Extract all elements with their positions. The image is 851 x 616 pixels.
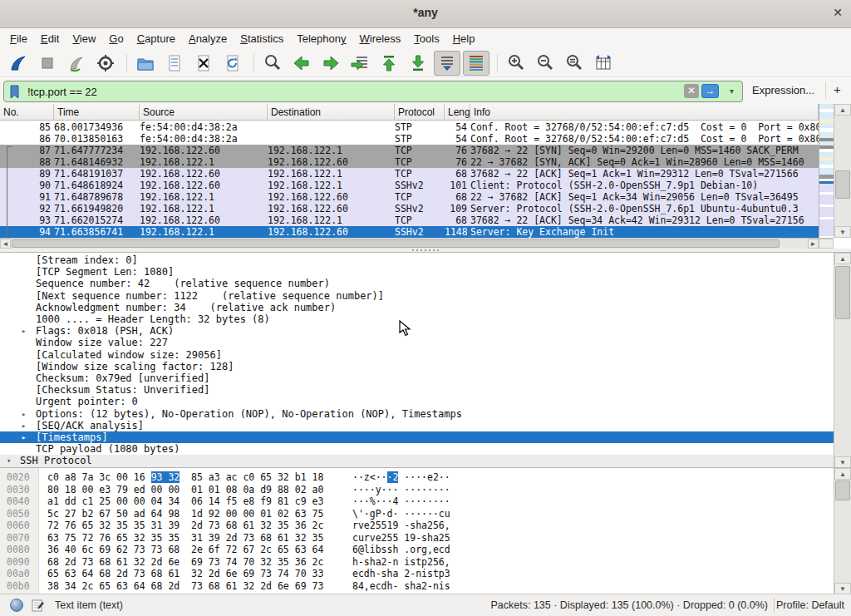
hex-row-0050[interactable]: 00505c 27 b2 67 50 ad 64 98 1d 92 00 00 … bbox=[0, 508, 834, 520]
restart-capture-button[interactable] bbox=[63, 51, 90, 76]
start-capture-button[interactable] bbox=[5, 51, 32, 76]
stop-capture-button[interactable] bbox=[34, 51, 61, 76]
detail-line[interactable]: ▸Flags: 0x018 (PSH, ACK) bbox=[0, 325, 834, 337]
collapse-arrow-icon[interactable]: ▸ bbox=[22, 431, 26, 443]
hex-bytes[interactable]: 5c 27 b2 67 50 ad 64 98 1d 92 00 00 01 0… bbox=[47, 508, 323, 520]
go-back-button[interactable] bbox=[288, 51, 315, 76]
scroll-up-icon[interactable]: ▲ bbox=[834, 253, 851, 264]
go-to-packet-button[interactable] bbox=[347, 51, 373, 76]
scroll-thumb[interactable] bbox=[835, 266, 850, 319]
hex-bytes[interactable]: 65 63 64 68 2d 73 68 61 32 2d 6e 69 73 7… bbox=[47, 568, 323, 580]
menu-item-view[interactable]: View bbox=[66, 31, 102, 47]
hex-row-0030[interactable]: 003080 18 00 e3 79 ed 00 00 01 01 08 0a … bbox=[0, 484, 834, 496]
packet-row-87[interactable]: 8771.647777234192.168.122.60192.168.122.… bbox=[0, 145, 819, 156]
menu-item-telephony[interactable]: Telephony bbox=[290, 31, 352, 47]
packet-list-vscrollbar[interactable]: ▲ ▼ bbox=[834, 104, 851, 238]
detail-line[interactable]: [Checksum Status: Unverified] bbox=[0, 384, 834, 396]
hex-ascii[interactable]: h-sha2-n istp256, bbox=[352, 556, 450, 569]
column-header-destination[interactable]: Destination bbox=[268, 104, 395, 121]
hex-bytes[interactable]: 63 75 72 76 65 32 35 35 31 39 2d 73 68 6… bbox=[47, 532, 323, 545]
packet-row-89[interactable]: 8971.648191037192.168.122.60192.168.122.… bbox=[0, 168, 819, 180]
packet-list-hscrollbar[interactable]: ◄ ► bbox=[0, 238, 834, 249]
status-profile[interactable]: Profile: Default bbox=[776, 599, 844, 611]
hex-bytes[interactable]: a1 dd c1 25 00 00 04 34 06 14 f5 e8 f9 8… bbox=[47, 495, 323, 508]
scroll-up-icon[interactable]: ▲ bbox=[834, 104, 851, 116]
scroll-down-icon[interactable]: ▼ bbox=[834, 583, 851, 594]
detail-line[interactable]: Sequence number: 42 (relative sequence n… bbox=[0, 278, 834, 289]
detail-line[interactable]: [Window size scaling factor: 128] bbox=[0, 361, 834, 372]
scroll-down-icon[interactable]: ▼ bbox=[834, 226, 851, 238]
hex-row-0070[interactable]: 007063 75 72 76 65 32 35 35 31 39 2d 73 … bbox=[0, 532, 834, 545]
detail-line[interactable]: ▸[Timestamps] bbox=[0, 431, 834, 443]
column-header-protocol[interactable]: Protocol bbox=[395, 104, 445, 121]
detail-line[interactable]: 1000 .... = Header Length: 32 bytes (8) bbox=[0, 313, 834, 325]
go-forward-button[interactable] bbox=[317, 51, 344, 76]
menu-item-file[interactable]: File bbox=[3, 31, 34, 47]
menu-item-go[interactable]: Go bbox=[102, 31, 130, 47]
scroll-thumb[interactable] bbox=[835, 170, 850, 199]
column-header-length[interactable]: Length bbox=[445, 104, 470, 121]
scroll-up-icon[interactable]: ▲ bbox=[834, 468, 851, 480]
hex-bytes[interactable]: 38 34 2c 65 63 64 68 2d 73 68 61 32 2d 6… bbox=[47, 580, 323, 593]
hex-ascii[interactable]: curve255 19-sha25 bbox=[352, 532, 450, 545]
open-file-button[interactable] bbox=[132, 51, 159, 76]
detail-line[interactable]: ▸[SEQ/ACK analysis] bbox=[0, 420, 834, 431]
display-filter-input[interactable] bbox=[26, 82, 694, 101]
scroll-right-icon[interactable]: ► bbox=[808, 239, 819, 249]
column-header-info[interactable]: Info bbox=[470, 104, 819, 121]
detail-line[interactable]: Window size value: 227 bbox=[0, 337, 834, 348]
find-packet-button[interactable] bbox=[259, 51, 286, 76]
capture-options-button[interactable] bbox=[92, 51, 119, 76]
packet-row-92[interactable]: 9271.661949820192.168.122.1192.168.122.6… bbox=[0, 203, 819, 214]
hex-row-00a0[interactable]: 00a065 63 64 68 2d 73 68 61 32 2d 6e 69 … bbox=[0, 568, 834, 580]
capture-comment-icon[interactable] bbox=[32, 599, 45, 614]
zoom-in-button[interactable] bbox=[503, 51, 529, 76]
hex-bytes[interactable]: 72 76 65 32 35 35 31 39 2d 73 68 61 32 3… bbox=[47, 520, 323, 532]
detail-line[interactable]: ▸Options: (12 bytes), No-Operation (NOP)… bbox=[0, 408, 834, 420]
close-file-button[interactable] bbox=[190, 51, 217, 76]
menu-item-analyze[interactable]: Analyze bbox=[182, 31, 234, 47]
save-file-button[interactable] bbox=[161, 51, 188, 76]
scroll-down-icon[interactable]: ▼ bbox=[834, 456, 851, 467]
go-first-button[interactable] bbox=[376, 51, 402, 76]
packet-row-85[interactable]: 8568.001734936fe:54:00:d4:38:2aSTP54Conf… bbox=[0, 121, 819, 133]
add-filter-button[interactable]: + bbox=[834, 82, 841, 96]
detail-line[interactable]: Checksum: 0x79ed [unverified] bbox=[0, 372, 834, 384]
hex-bytes[interactable]: 68 2d 73 68 61 32 2d 6e 69 73 74 70 32 3… bbox=[47, 556, 323, 569]
menu-item-help[interactable]: Help bbox=[446, 31, 482, 47]
detail-line[interactable]: [Next sequence number: 1122 (relative se… bbox=[0, 290, 834, 302]
hex-ascii[interactable]: 6@libssh .org,ecd bbox=[352, 544, 450, 556]
column-header-source[interactable]: Source bbox=[140, 104, 268, 121]
collapse-arrow-icon[interactable]: ▸ bbox=[22, 408, 26, 420]
expression-button[interactable]: Expression... bbox=[752, 84, 814, 96]
display-filter-entry[interactable]: ✕ → ▾ bbox=[3, 81, 743, 102]
hex-row-0090[interactable]: 009068 2d 73 68 61 32 2d 6e 69 73 74 70 … bbox=[0, 556, 834, 569]
detail-line[interactable]: [Calculated window size: 29056] bbox=[0, 349, 834, 361]
menu-item-wireless[interactable]: Wireless bbox=[353, 31, 408, 47]
auto-scroll-button[interactable] bbox=[434, 51, 460, 76]
column-header-time[interactable]: Time bbox=[54, 104, 140, 121]
close-icon[interactable]: ✕ bbox=[833, 6, 843, 19]
expert-info-icon[interactable] bbox=[10, 599, 23, 612]
packet-row-91[interactable]: 9171.648789678192.168.122.1192.168.122.6… bbox=[0, 191, 819, 203]
hex-ascii[interactable]: 84,ecdh- sha2-nis bbox=[352, 580, 450, 593]
packet-row-90[interactable]: 9071.648618924192.168.122.60192.168.122.… bbox=[0, 180, 819, 191]
hex-ascii[interactable]: rve25519 -sha256, bbox=[352, 520, 450, 532]
packet-row-86[interactable]: 8670.013850163fe:54:00:d4:38:2aSTP54Conf… bbox=[0, 133, 819, 145]
expand-arrow-icon[interactable]: ▾ bbox=[7, 455, 11, 466]
hex-row-0080[interactable]: 008036 40 6c 69 62 73 73 68 2e 6f 72 67 … bbox=[0, 544, 834, 556]
hex-bytes[interactable]: 36 40 6c 69 62 73 73 68 2e 6f 72 67 2c 6… bbox=[47, 544, 323, 556]
hex-ascii[interactable]: ecdh-sha 2-nistp3 bbox=[352, 568, 450, 580]
detail-line[interactable]: ▾SSH Protocol bbox=[0, 455, 834, 466]
intelligent-scrollbar-minimap[interactable] bbox=[819, 104, 834, 238]
hex-row-00b0[interactable]: 00b038 34 2c 65 63 64 68 2d 73 68 61 32 … bbox=[0, 580, 834, 593]
hex-bytes[interactable]: c0 a8 7a 3c 00 16 93 32 85 a3 ac c0 65 3… bbox=[47, 471, 323, 484]
detail-line[interactable]: Urgent pointer: 0 bbox=[0, 396, 834, 407]
go-last-button[interactable] bbox=[405, 51, 431, 76]
zoom-reset-button[interactable] bbox=[561, 51, 588, 76]
packet-row-94[interactable]: 9471.663856741192.168.122.1192.168.122.6… bbox=[0, 226, 819, 238]
detail-vscrollbar[interactable]: ▲ ▼ bbox=[834, 253, 851, 467]
packet-row-88[interactable]: 8871.648146932192.168.122.1192.168.122.6… bbox=[0, 156, 819, 168]
scroll-thumb[interactable] bbox=[12, 239, 780, 248]
menu-item-tools[interactable]: Tools bbox=[407, 31, 445, 47]
